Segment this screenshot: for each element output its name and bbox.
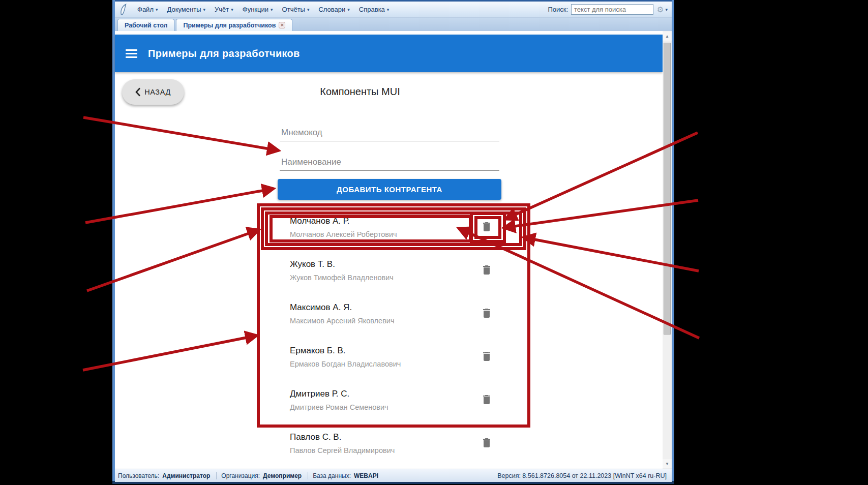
chevron-left-icon <box>135 87 141 97</box>
contact-short-name: Ермаков Б. В. <box>290 346 345 356</box>
menu-accounting-label: Учёт <box>215 6 229 13</box>
menu-help[interactable]: Справка▾ <box>354 3 394 16</box>
appbar-title: Примеры для разработчиков <box>148 48 300 59</box>
tab-desktop[interactable]: Рабочий стол <box>117 19 174 31</box>
tab-dev-examples-label: Примеры для разработчиков <box>183 22 276 29</box>
organization-label: Организация: <box>221 472 260 479</box>
contact-full-name: Ермаков Богдан Владиславович <box>290 360 401 368</box>
contractor-list: Молчанов А. Р. Молчанов Алексей Робертов… <box>278 205 501 464</box>
menu-functions-label: Функции <box>243 6 268 13</box>
user-value: Администратор <box>162 472 210 479</box>
menu-accounting[interactable]: Учёт▾ <box>210 3 238 16</box>
search-settings-button[interactable]: ⚙ ▾ <box>657 5 668 14</box>
app-logo-icon <box>119 4 128 16</box>
mnemocode-field[interactable] <box>280 141 499 141</box>
mnemocode-field-label: Мнемокод <box>281 128 322 138</box>
delete-button[interactable] <box>481 350 493 362</box>
database-label: База данных: <box>313 472 351 479</box>
add-contractor-button[interactable]: ДОБАВИТЬ КОНТРАГЕНТА <box>278 179 501 200</box>
trash-icon <box>481 307 493 319</box>
menu-dictionaries-label: Словари <box>318 6 345 13</box>
tab-dev-examples[interactable]: Примеры для разработчиков ✕ <box>176 19 292 31</box>
back-button[interactable]: НАЗАД <box>122 79 184 105</box>
menu-bar: Файл▾ Документы▾ Учёт▾ Функции▾ Отчёты▾ … <box>115 0 672 18</box>
chevron-down-icon: ▾ <box>156 7 158 12</box>
trash-icon <box>481 221 493 233</box>
list-item[interactable]: Дмитриев Р. С. Дмитриев Роман Семенович <box>278 378 501 421</box>
list-item[interactable]: Максимов А. Я. Максимов Арсений Яковлеви… <box>278 291 501 335</box>
name-field[interactable] <box>280 170 499 171</box>
menu-functions[interactable]: Функции▾ <box>238 3 278 16</box>
chevron-down-icon: ▾ <box>347 7 350 12</box>
contact-full-name: Дмитриев Роман Семенович <box>290 403 388 411</box>
scrollbar-up-button[interactable]: ▲ <box>663 32 672 41</box>
back-button-label: НАЗАД <box>144 88 171 96</box>
contact-short-name: Дмитриев Р. С. <box>290 389 349 399</box>
menu-reports-label: Отчёты <box>282 6 305 13</box>
menu-help-label: Справка <box>359 6 385 13</box>
delete-button[interactable] <box>481 264 493 276</box>
hamburger-menu-icon[interactable] <box>126 49 137 58</box>
name-field-label: Наименование <box>281 157 341 167</box>
contact-full-name: Жуков Тимофей Владленович <box>290 274 394 282</box>
delete-button[interactable] <box>481 393 493 406</box>
menu-dictionaries[interactable]: Словари▾ <box>314 3 354 16</box>
menu-documents[interactable]: Документы▾ <box>163 3 211 16</box>
trash-icon <box>481 350 493 362</box>
close-icon[interactable]: ✕ <box>279 22 285 28</box>
chevron-down-icon: ▾ <box>271 7 273 12</box>
delete-button[interactable] <box>481 307 493 319</box>
delete-button[interactable] <box>481 221 493 233</box>
statusbar-divider <box>216 472 217 479</box>
menu-file-label: Файл <box>137 6 154 13</box>
trash-icon <box>481 393 493 406</box>
trash-icon <box>481 437 493 449</box>
chevron-down-icon: ▾ <box>231 7 233 12</box>
screenshot-stage: Файл▾ Документы▾ Учёт▾ Функции▾ Отчёты▾ … <box>0 0 868 485</box>
status-bar: Пользователь: Администратор Организация:… <box>115 469 672 482</box>
chevron-down-icon: ▾ <box>387 7 390 12</box>
organization-value: Демопример <box>263 472 302 479</box>
menu-reports[interactable]: Отчёты▾ <box>278 3 314 16</box>
list-item[interactable]: Жуков Т. В. Жуков Тимофей Владленович <box>278 248 501 291</box>
list-item[interactable]: Павлов С. В. Павлов Сергей Владимирович <box>278 421 501 464</box>
list-item[interactable]: Ермаков Б. В. Ермаков Богдан Владиславов… <box>278 335 501 378</box>
contact-short-name: Жуков Т. В. <box>290 259 335 269</box>
contact-short-name: Павлов С. В. <box>290 432 341 442</box>
user-label: Пользователь: <box>118 472 159 479</box>
trash-icon <box>481 264 493 276</box>
gear-icon: ⚙ <box>657 5 664 14</box>
tab-bar: Рабочий стол Примеры для разработчиков ✕ <box>115 18 672 31</box>
menu-file[interactable]: Файл▾ <box>133 3 163 16</box>
chevron-down-icon: ▾ <box>203 7 206 12</box>
contact-full-name: Молчанов Алексей Робертович <box>290 230 397 238</box>
contact-full-name: Максимов Арсений Яковлевич <box>290 317 395 325</box>
scrollbar-thumb[interactable] <box>664 43 671 335</box>
statusbar-divider <box>308 472 308 479</box>
version-text: Версия: 8.561.8726.8054 от 22.11.2023 [W… <box>497 472 667 479</box>
list-item[interactable]: Молчанов А. Р. Молчанов Алексей Робертов… <box>278 205 501 248</box>
database-value: WEBAPI <box>354 472 378 479</box>
search-input[interactable] <box>571 4 653 15</box>
chevron-down-icon: ▾ <box>307 7 310 12</box>
contact-full-name: Павлов Сергей Владимирович <box>290 446 395 454</box>
scrollbar-down-button[interactable]: ▼ <box>663 459 672 468</box>
contact-short-name: Максимов А. Я. <box>290 302 352 313</box>
search-label: Поиск: <box>548 6 568 13</box>
page-title: Компоненты MUI <box>248 86 472 98</box>
delete-button[interactable] <box>481 437 493 449</box>
chevron-down-icon: ▾ <box>665 7 668 12</box>
tab-desktop-label: Рабочий стол <box>125 22 167 29</box>
contact-short-name: Молчанов А. Р. <box>290 216 350 226</box>
menu-documents-label: Документы <box>167 6 201 13</box>
